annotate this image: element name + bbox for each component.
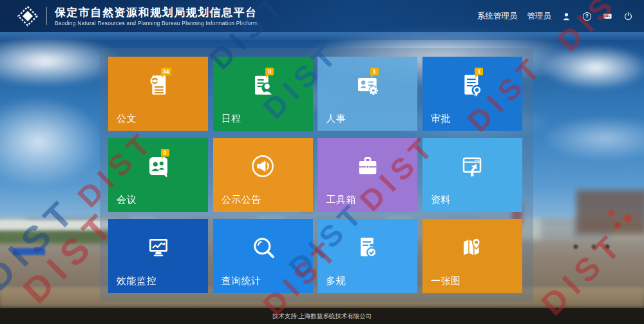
page-title: 保定市自然资源和规划局规划信息平台: [55, 6, 258, 19]
announcement-icon: [250, 153, 276, 179]
message-icon[interactable]: [602, 11, 613, 22]
role-menu[interactable]: 系统管理员: [477, 11, 518, 22]
search-icon: [250, 234, 277, 262]
tile-icon-wrap: 0: [250, 72, 276, 98]
meeting-icon: [146, 153, 171, 179]
tile-label: 会议: [117, 194, 137, 206]
map-pin-icon: [459, 234, 485, 260]
tile-label: 查询统计: [222, 275, 261, 287]
header-accent-strip: [0, 32, 644, 40]
badge-count: 0: [161, 149, 169, 157]
tile-label: 效能监控: [117, 275, 156, 287]
tile-icon-wrap: 0: [146, 153, 171, 179]
tile-label: 工具箱: [326, 194, 356, 206]
tile-yizhangtu[interactable]: 一张图: [422, 219, 522, 293]
tile-gongwen[interactable]: 34 公文: [108, 57, 208, 131]
app-screen: 保定市自然资源和规划局规划信息平台 Baoding Natural Resour…: [0, 0, 644, 324]
header-titles: 保定市自然资源和规划局规划信息平台 Baoding Natural Resour…: [55, 6, 258, 26]
tile-gongjuxiang[interactable]: 工具箱: [317, 138, 417, 212]
user-menu[interactable]: 管理员: [527, 11, 552, 22]
tile-icon-wrap: [250, 153, 276, 179]
tile-icon-wrap: [146, 234, 171, 260]
page-subtitle: Baoding Natural Resources and Planning B…: [55, 20, 258, 26]
badge-count: 34: [161, 68, 171, 75]
tile-richeng[interactable]: 0 日程: [213, 57, 313, 131]
help-icon[interactable]: ?: [582, 11, 592, 22]
tile-label: 公示公告: [222, 194, 261, 206]
documents-icon: [459, 153, 485, 179]
badge-count: 1: [370, 68, 379, 75]
tile-huiyi[interactable]: 0 会议: [108, 138, 208, 212]
tech-support-text: 技术支持:上海数慧系统技术有限公司: [272, 312, 372, 319]
approval-icon: [459, 72, 485, 98]
tile-icon-wrap: [355, 153, 381, 179]
cloud: [541, 45, 644, 90]
tile-label: 资料: [431, 194, 451, 206]
blue-sign: [13, 248, 45, 255]
power-icon[interactable]: [623, 11, 634, 22]
tile-renshi[interactable]: 1 人事: [317, 57, 417, 131]
cloud: [541, 116, 644, 161]
tile-ziliao[interactable]: 资料: [422, 138, 522, 212]
tile-chaxuntongji[interactable]: 查询统计: [213, 219, 313, 293]
official-document-icon: [146, 72, 171, 98]
app-header: 保定市自然资源和规划局规划信息平台 Baoding Natural Resour…: [0, 0, 644, 32]
tile-label: 人事: [326, 113, 346, 125]
tile-shenpi[interactable]: 1 审批: [422, 57, 522, 131]
svg-text:?: ?: [585, 14, 589, 19]
tile-grid: 34 公文 0 日程: [108, 57, 522, 293]
monitor-chart-icon: [146, 234, 171, 260]
badge-count: 0: [265, 68, 274, 75]
toolbox-icon: [355, 153, 381, 179]
tile-icon-wrap: [355, 234, 381, 260]
tile-icon-wrap: 1: [459, 72, 485, 98]
pedestrians: [567, 242, 612, 252]
footer-bar: 技术支持:上海数慧系统技术有限公司: [0, 308, 644, 324]
tile-icon-wrap: [459, 234, 485, 260]
tile-icon-wrap: 34: [146, 72, 171, 98]
bus-canopy: [0, 220, 116, 231]
user-icon[interactable]: [561, 11, 572, 22]
header-divider: [46, 7, 47, 25]
cloud: [0, 97, 103, 187]
personnel-icon: [355, 72, 381, 98]
app-logo-icon: [17, 5, 39, 27]
badge-count: 1: [475, 68, 483, 75]
tile-icon-wrap: [250, 234, 276, 260]
multi-plan-icon: [355, 234, 381, 260]
tile-label: 日程: [222, 113, 242, 125]
tile-gongshigonggao[interactable]: 公示公告: [213, 138, 313, 212]
header-actions: 系统管理员 管理员 ?: [477, 11, 644, 22]
tile-icon-wrap: 1: [355, 72, 381, 98]
red-lanterns: [599, 205, 640, 232]
tile-label: 一张图: [431, 275, 461, 287]
tile-label: 公文: [117, 113, 137, 125]
tile-duogui[interactable]: 多规: [317, 219, 417, 293]
tile-xiaonengjiankong[interactable]: 效能监控: [108, 219, 208, 293]
tile-icon-wrap: [459, 153, 485, 179]
tile-label: 多规: [326, 275, 346, 287]
schedule-icon: [250, 72, 276, 98]
tile-label: 审批: [431, 113, 451, 125]
